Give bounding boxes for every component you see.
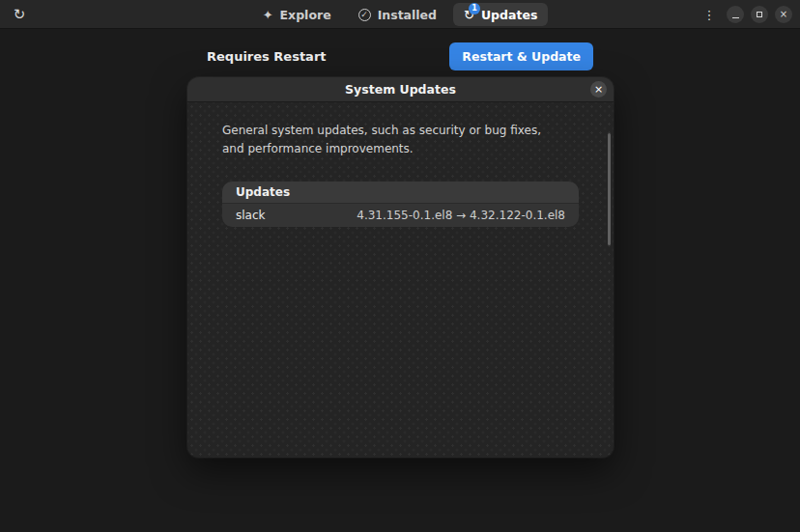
- tab-explore[interactable]: ✦ Explore: [252, 3, 342, 26]
- app-window: ↻ ✦ Explore ✓ Installed ↻ 1 Updates: [0, 0, 800, 532]
- menu-button[interactable]: ⋮: [699, 4, 720, 25]
- dialog-title: System Updates: [345, 82, 456, 97]
- tab-installed-label: Installed: [378, 8, 437, 22]
- maximize-icon: [757, 12, 762, 17]
- dialog-header: System Updates ×: [187, 77, 614, 102]
- dialog-close-button[interactable]: ×: [590, 81, 607, 98]
- maximize-button[interactable]: [751, 6, 768, 23]
- updates-icon: ↻ 1: [464, 8, 474, 22]
- view-switcher: ✦ Explore ✓ Installed ↻ 1 Updates: [0, 0, 800, 29]
- minimize-button[interactable]: [727, 6, 744, 23]
- refresh-button[interactable]: ↻: [8, 3, 31, 26]
- package-version-change: 4.31.155-0.1.el8 → 4.32.122-0.1.el8: [357, 209, 565, 222]
- restart-banner-title: Requires Restart: [207, 49, 327, 64]
- installed-icon: ✓: [358, 9, 371, 21]
- updates-count-badge: 1: [469, 3, 480, 14]
- minimize-icon: [732, 17, 739, 19]
- kebab-icon: ⋮: [703, 8, 716, 22]
- dialog-description: General system updates, such as security…: [222, 122, 541, 157]
- close-icon: ×: [780, 10, 787, 19]
- tab-installed[interactable]: ✓ Installed: [348, 3, 447, 26]
- headerbar: ↻ ✦ Explore ✓ Installed ↻ 1 Updates: [0, 0, 800, 29]
- refresh-icon: ↻: [14, 6, 26, 23]
- updates-list-header-label: Updates: [236, 185, 290, 199]
- updates-list-card: Updates slack 4.31.155-0.1.el8 → 4.32.12…: [222, 182, 579, 227]
- dialog-scrollbar[interactable]: [608, 133, 611, 245]
- updates-list-header: Updates: [222, 182, 579, 204]
- tab-updates[interactable]: ↻ 1 Updates: [453, 3, 548, 26]
- dialog-body: General system updates, such as security…: [187, 102, 614, 458]
- tab-explore-label: Explore: [280, 8, 331, 22]
- update-row-slack[interactable]: slack 4.31.155-0.1.el8 → 4.32.122-0.1.el…: [222, 204, 579, 227]
- package-name: slack: [236, 209, 266, 222]
- system-updates-dialog: System Updates × General system updates,…: [187, 77, 614, 458]
- close-icon: ×: [594, 84, 603, 95]
- explore-icon: ✦: [263, 8, 273, 22]
- restart-and-update-button[interactable]: Restart & Update: [449, 42, 593, 70]
- restart-banner: Requires Restart Restart & Update: [207, 42, 593, 70]
- close-window-button[interactable]: ×: [775, 6, 792, 23]
- window-controls: ⋮ ×: [699, 0, 792, 29]
- tab-updates-label: Updates: [481, 8, 537, 22]
